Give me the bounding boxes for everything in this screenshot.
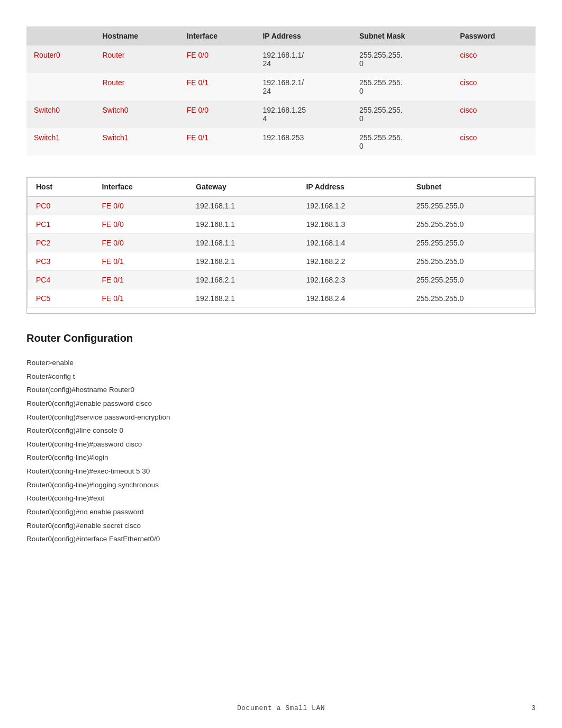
table2-cell-3-2: 192.168.2.1	[187, 252, 297, 271]
table1-cell-3-5: cisco	[452, 128, 536, 156]
table2-cell-0-1: FE 0/0	[94, 196, 188, 215]
router-switch-table-section: Hostname Interface IP Address Subnet Mas…	[26, 26, 536, 156]
config-line: Router#config t	[26, 370, 536, 384]
config-line: Router0(config-line)#exit	[26, 492, 536, 505]
footer-page-number: 3	[531, 704, 536, 712]
config-line: Router0(config)#service password-encrypt…	[26, 411, 536, 424]
table1-cell-0-0: Router0	[26, 46, 95, 73]
table1-cell-1-1: Router	[95, 73, 179, 101]
table2-gateway-header: Gateway	[187, 178, 297, 197]
host-table-section: Host Interface Gateway IP Address Subnet…	[26, 177, 536, 314]
table2-cell-0-0: PC0	[28, 196, 94, 215]
table2-header-row: Host Interface Gateway IP Address Subnet	[28, 178, 535, 197]
table1-cell-3-1: Switch1	[95, 128, 179, 156]
table1-cell-3-4: 255.255.255. 0	[352, 128, 452, 156]
table2-cell-3-3: 192.168.2.2	[297, 252, 407, 271]
table1-cell-2-3: 192.168.1.25 4	[255, 101, 352, 128]
router-config-section: Router Configuration Router>enableRouter…	[26, 332, 536, 546]
table-row: Switch0Switch0FE 0/0192.168.1.25 4255.25…	[26, 101, 536, 128]
config-line: Router0(config-line)#logging synchronous	[26, 478, 536, 492]
footer-doc-name: Document a Small LAN	[237, 704, 325, 712]
host-table: Host Interface Gateway IP Address Subnet…	[27, 177, 535, 308]
table-row: RouterFE 0/1192.168.2.1/ 24255.255.255. …	[26, 73, 536, 101]
config-line: Router0(config)#enable password cisco	[26, 397, 536, 411]
table2-cell-2-0: PC2	[28, 234, 94, 252]
table1-col3-header: IP Address	[255, 26, 352, 46]
table1-col2-header: Interface	[179, 26, 256, 46]
config-line: Router0(config)#no enable password	[26, 505, 536, 519]
table2-ip-header: IP Address	[297, 178, 407, 197]
table2-cell-1-1: FE 0/0	[94, 215, 188, 234]
table1-cell-1-4: 255.255.255. 0	[352, 73, 452, 101]
router-config-title: Router Configuration	[26, 332, 536, 347]
table2-cell-5-2: 192.168.2.1	[187, 289, 297, 308]
config-lines-block: Router>enableRouter#config tRouter(confi…	[26, 356, 536, 546]
page-footer: Document a Small LAN 3	[0, 704, 562, 712]
table2-host-header: Host	[28, 178, 94, 197]
table1-cell-2-2: FE 0/0	[179, 101, 256, 128]
config-line: Router0(config-line)#password cisco	[26, 438, 536, 451]
table1-cell-0-2: FE 0/0	[179, 46, 256, 73]
table2-cell-2-3: 192.168.1.4	[297, 234, 407, 252]
table2-cell-1-2: 192.168.1.1	[187, 215, 297, 234]
table1-cell-2-4: 255.255.255. 0	[352, 101, 452, 128]
table2-cell-0-4: 255.255.255.0	[408, 196, 535, 215]
config-line: Router0(config-line)#exec-timeout 5 30	[26, 465, 536, 478]
table1-cell-3-3: 192.168.253	[255, 128, 352, 156]
table1-cell-0-5: cisco	[452, 46, 536, 73]
table2-cell-5-3: 192.168.2.4	[297, 289, 407, 308]
table1-cell-0-3: 192.168.1.1/ 24	[255, 46, 352, 73]
table2-cell-5-0: PC5	[28, 289, 94, 308]
table-row: PC5FE 0/1192.168.2.1192.168.2.4255.255.2…	[28, 289, 535, 308]
table1-cell-1-2: FE 0/1	[179, 73, 256, 101]
table1-cell-1-5: cisco	[452, 73, 536, 101]
table1-cell-1-3: 192.168.2.1/ 24	[255, 73, 352, 101]
table2-cell-0-3: 192.168.1.2	[297, 196, 407, 215]
table2-cell-5-1: FE 0/1	[94, 289, 188, 308]
config-line: Router0(config-line)#login	[26, 451, 536, 465]
table-row: Router0RouterFE 0/0192.168.1.1/ 24255.25…	[26, 46, 536, 73]
router-config-title-text: Router Configuration	[26, 332, 133, 344]
table1-cell-1-0	[26, 73, 95, 101]
table2-cell-4-3: 192.168.2.3	[297, 271, 407, 289]
table-row: PC3FE 0/1192.168.2.1192.168.2.2255.255.2…	[28, 252, 535, 271]
table1-cell-3-0: Switch1	[26, 128, 95, 156]
table1-cell-0-1: Router	[95, 46, 179, 73]
table1-header-row: Hostname Interface IP Address Subnet Mas…	[26, 26, 536, 46]
table1-cell-0-4: 255.255.255. 0	[352, 46, 452, 73]
table2-cell-0-2: 192.168.1.1	[187, 196, 297, 215]
config-line: Router>enable	[26, 356, 536, 370]
table2-cell-3-1: FE 0/1	[94, 252, 188, 271]
config-line: Router0(config)#interface FastEthernet0/…	[26, 532, 536, 546]
config-line: Router(config)#hostname Router0	[26, 383, 536, 397]
table2-cell-4-1: FE 0/1	[94, 271, 188, 289]
table-row: Switch1Switch1FE 0/1192.168.253255.255.2…	[26, 128, 536, 156]
table2-cell-1-3: 192.168.1.3	[297, 215, 407, 234]
table2-cell-1-4: 255.255.255.0	[408, 215, 535, 234]
table2-cell-1-0: PC1	[28, 215, 94, 234]
table2-cell-2-2: 192.168.1.1	[187, 234, 297, 252]
table2-cell-5-4: 255.255.255.0	[408, 289, 535, 308]
config-line: Router0(config)#enable secret cisco	[26, 519, 536, 533]
table2-cell-4-2: 192.168.2.1	[187, 271, 297, 289]
table2-cell-4-4: 255.255.255.0	[408, 271, 535, 289]
table-row: PC4FE 0/1192.168.2.1192.168.2.3255.255.2…	[28, 271, 535, 289]
table2-cell-3-0: PC3	[28, 252, 94, 271]
table-row: PC1FE 0/0192.168.1.1192.168.1.3255.255.2…	[28, 215, 535, 234]
config-line: Router0(config)#line console 0	[26, 424, 536, 438]
table2-cell-2-1: FE 0/0	[94, 234, 188, 252]
table2-interface-header: Interface	[94, 178, 188, 197]
host-table-border: Host Interface Gateway IP Address Subnet…	[26, 177, 536, 314]
table1-cell-2-1: Switch0	[95, 101, 179, 128]
table2-subnet-header: Subnet	[408, 178, 535, 197]
table1-col4-header: Subnet Mask	[352, 26, 452, 46]
table-row: PC2FE 0/0192.168.1.1192.168.1.4255.255.2…	[28, 234, 535, 252]
table1-cell-2-5: cisco	[452, 101, 536, 128]
table2-cell-4-0: PC4	[28, 271, 94, 289]
table2-cell-2-4: 255.255.255.0	[408, 234, 535, 252]
table1-col1-header: Hostname	[95, 26, 179, 46]
table1-cell-2-0: Switch0	[26, 101, 95, 128]
router-switch-table: Hostname Interface IP Address Subnet Mas…	[26, 26, 536, 156]
table1-col5-header: Password	[452, 26, 536, 46]
table1-col0-header	[26, 26, 95, 46]
